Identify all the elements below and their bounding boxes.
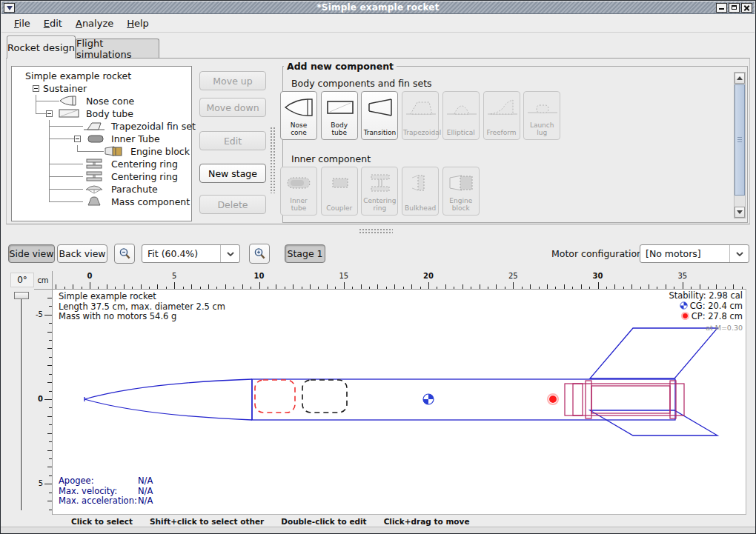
add-transition-button[interactable]: Transition (361, 91, 398, 140)
apogee-label: Apogee: (59, 476, 138, 487)
add-coupler-button[interactable]: Coupler (321, 167, 358, 216)
collapse-icon[interactable] (74, 136, 81, 142)
ruler-tick (251, 287, 251, 290)
motor-configuration-select[interactable]: [No motors] (640, 244, 749, 263)
menu-analyze[interactable]: Analyze (69, 16, 120, 30)
scrollbar-thumb[interactable] (735, 84, 745, 196)
tree-item-label: Inner Tube (111, 133, 160, 144)
add-inner-tube-button[interactable]: Inner tube (280, 167, 317, 216)
ruler-tick (708, 287, 709, 290)
hint-text: Click+drag to move (384, 517, 470, 526)
ruler-label: 35 (677, 272, 687, 280)
tree-item-simple-example-rocket[interactable]: Simple example rocket (12, 70, 191, 82)
interaction-hints: Click to selectShift+click to select oth… (71, 517, 487, 526)
ruler-tick (49, 391, 52, 392)
ruler-tick (589, 287, 590, 290)
add-elliptical-button[interactable]: Elliptical (442, 91, 480, 140)
ruler-tick (725, 287, 726, 290)
move-up-button[interactable]: Move up (199, 71, 266, 90)
tree-item-label: Sustainer (43, 83, 87, 94)
splitter-horizontal[interactable] (359, 228, 393, 235)
add-bulkhead-button[interactable]: Bulkhead (402, 167, 439, 216)
add-body-tube-button[interactable]: Body tube (321, 91, 358, 140)
zoom-select[interactable]: Fit (60.4%) (142, 244, 240, 263)
tree-item-trapezoidal-fin-set[interactable]: Trapezoidal fin set (12, 120, 191, 133)
close-button[interactable] (741, 3, 752, 13)
tree-item-centering-ring[interactable]: Centering ring (12, 170, 191, 183)
ruler-tick (149, 287, 150, 290)
tree-item-mass-component[interactable]: Mass component (12, 196, 191, 208)
menu-edit[interactable]: Edit (37, 16, 69, 30)
tree-item-centering-ring[interactable]: Centering ring (12, 158, 191, 170)
ruler-tick (666, 284, 666, 289)
new-stage-button[interactable]: New stage (199, 164, 266, 183)
tree-item-engine-block[interactable]: Engine block (12, 145, 191, 158)
add-freeform-button[interactable]: Freeform (483, 91, 520, 140)
component-tree[interactable]: Simple example rocketSustainerNose coneB… (11, 66, 192, 221)
inner-tube-icon (84, 133, 107, 144)
zoom-in-button[interactable] (249, 244, 270, 264)
ruler-tick (47, 450, 52, 451)
tree-item-sustainer[interactable]: Sustainer (12, 82, 191, 95)
splitter-vertical[interactable] (270, 127, 276, 193)
ruler-tick (445, 284, 446, 289)
ruler-tick (623, 287, 624, 290)
rotation-slider[interactable] (21, 299, 22, 510)
collapse-icon[interactable] (46, 110, 53, 117)
ruler-tick (394, 284, 395, 289)
bulkhead-icon (405, 172, 437, 194)
title-bar[interactable]: *Simple example rocket (1, 1, 755, 14)
tree-item-inner-tube[interactable]: Inner Tube (12, 133, 191, 145)
tree-item-parachute[interactable]: Parachute (12, 183, 191, 196)
cg-value: CG: 20.4 cm (690, 301, 743, 311)
add-nose-cone-button[interactable]: Nose cone (280, 91, 317, 140)
ruler-tick (700, 284, 700, 289)
ruler-label: 10 (254, 272, 265, 280)
centering-ring-icon (364, 172, 397, 194)
add-trapezoidal-button[interactable]: Trapezoidal (402, 91, 439, 140)
ruler-tick (462, 284, 463, 289)
max-acceleration-label: Max. acceleration: (59, 496, 138, 507)
zoom-out-button[interactable] (114, 244, 135, 264)
move-down-button[interactable]: Move down (199, 98, 266, 117)
scroll-up-icon[interactable] (735, 73, 745, 84)
ruler-tick (742, 287, 743, 290)
scroll-down-icon[interactable] (735, 207, 745, 218)
tree-connector (49, 189, 83, 190)
component-button-label: Nose cone (282, 121, 316, 136)
ruler-tick (547, 284, 548, 289)
add-component-title: Add new component (284, 61, 397, 72)
max-velocity-value: N/A (138, 486, 153, 496)
engine-block-outline (573, 384, 583, 415)
minimize-button[interactable] (716, 3, 727, 13)
ruler-tick (44, 399, 52, 400)
ruler-tick (369, 287, 370, 290)
menu-file[interactable]: File (7, 16, 37, 30)
component-scrollbar[interactable] (734, 72, 746, 218)
tree-item-nose-cone[interactable]: Nose cone (12, 95, 191, 107)
component-button-label: Engine block (444, 197, 478, 212)
trapezoidal-fin-icon (405, 96, 437, 119)
ruler-tick (268, 287, 268, 290)
ruler-tick (73, 284, 73, 289)
rocket-canvas[interactable]: Simple example rocket Length 37.5 cm, ma… (53, 290, 746, 515)
tab-flight-simulations[interactable]: Flight simulations (76, 39, 159, 59)
add-launch-lug-button[interactable]: Launch lug (523, 91, 560, 140)
back-view-button[interactable]: Back view (57, 244, 107, 263)
delete-button[interactable]: Delete (199, 195, 266, 214)
side-view-button[interactable]: Side view (8, 244, 55, 263)
add-engine-block-button[interactable]: Engine block (442, 167, 480, 216)
max-velocity-label: Max. velocity: (59, 487, 138, 497)
menu-help[interactable]: Help (120, 16, 156, 30)
add-centering-ring-button[interactable]: Centering ring (361, 167, 398, 216)
rotation-slider-handle[interactable] (14, 292, 29, 299)
ruler-tick (49, 407, 52, 408)
tab-rocket-design[interactable]: Rocket design (7, 36, 76, 59)
tree-item-body-tube[interactable]: Body tube (12, 107, 191, 120)
tree-item-label: Body tube (86, 108, 133, 119)
ruler-tick (200, 287, 201, 290)
collapse-icon[interactable] (33, 85, 39, 92)
edit-button[interactable]: Edit (199, 131, 266, 150)
maximize-button[interactable] (729, 3, 740, 13)
stage-1-toggle[interactable]: Stage 1 (285, 244, 325, 263)
